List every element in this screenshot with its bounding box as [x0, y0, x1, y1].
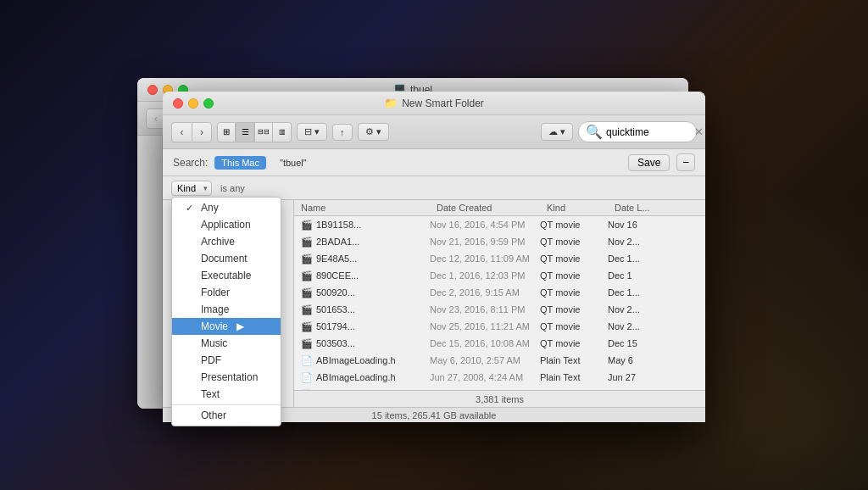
arrange-button[interactable]: ⊟ ▾	[297, 123, 327, 141]
clear-search-button[interactable]: ✕	[694, 126, 704, 137]
file-icon: 📄	[301, 355, 313, 366]
file-date-created: Nov 16, 2016, 4:54 PM	[430, 220, 540, 230]
traffic-lights	[173, 98, 214, 109]
file-date-created: Dec 12, 2016, 11:09 AM	[430, 253, 540, 264]
title-bar: 📁 New Smart Folder	[163, 92, 705, 115]
file-icon: 🎬	[301, 304, 313, 315]
share-button[interactable]: ↑	[332, 124, 353, 141]
forward-button[interactable]: ›	[192, 122, 212, 142]
table-row[interactable]: 🎬 500920... Dec 2, 2016, 9:15 AM QT movi…	[294, 284, 705, 301]
kind-option-folder[interactable]: Folder	[172, 284, 281, 301]
save-button[interactable]: Save	[628, 154, 670, 171]
dropdown-divider	[172, 404, 281, 405]
kind-option-movie[interactable]: Movie ▶	[172, 318, 281, 335]
cover-flow-button[interactable]: ▥	[273, 122, 292, 142]
arrange-icon: ⊟	[304, 126, 312, 137]
file-icon: 📄	[301, 372, 313, 383]
column-headers: Name Date Created Kind Date L...	[294, 200, 705, 216]
file-name-text: 503503...	[316, 338, 355, 348]
checkmark-icon: ✓	[186, 203, 196, 214]
file-icon: 🎬	[301, 220, 313, 231]
file-name-text: 501794...	[316, 321, 355, 331]
file-icon: 🎬	[301, 253, 313, 264]
kind-option-image[interactable]: Image	[172, 301, 281, 318]
file-kind: Plain Text	[540, 372, 608, 382]
main-finder-window: 📁 New Smart Folder ‹ › ⊞ ☰ ⊟⊟ ▥ ⊟ ▾ ↑ ⚙ …	[163, 92, 705, 422]
table-row[interactable]: 🎬 890CEE... Dec 1, 2016, 12:03 PM QT mov…	[294, 267, 705, 284]
file-date-created: May 6, 2010, 2:57 AM	[430, 355, 540, 365]
kind-dropdown-popup: ✓ Any Application Archive Document Execu…	[171, 197, 281, 426]
toolbar: ‹ › ⊞ ☰ ⊟⊟ ▥ ⊟ ▾ ↑ ⚙ ▾ ☁ ▾ 🔍 ✕	[163, 115, 705, 149]
bg-close-button[interactable]	[147, 85, 158, 95]
table-row[interactable]: 🎬 501653... Nov 23, 2016, 8:11 PM QT mov…	[294, 301, 705, 318]
icloud-button[interactable]: ☁ ▾	[541, 123, 573, 141]
col-header-date-created[interactable]: Date Created	[430, 203, 540, 213]
col-header-kind[interactable]: Kind	[540, 203, 608, 213]
file-date-created: Dec 1, 2016, 12:03 PM	[430, 270, 540, 281]
file-date-label: Dec 1...	[608, 287, 667, 298]
kind-option-presentation[interactable]: Presentation	[172, 369, 281, 386]
table-row[interactable]: 🎬 503503... Dec 15, 2016, 10:08 AM QT mo…	[294, 335, 705, 352]
maximize-button[interactable]	[203, 98, 214, 109]
actions-button[interactable]: ⚙ ▾	[358, 123, 389, 141]
share-icon: ↑	[340, 127, 345, 137]
search-scope-bar: Search: This Mac "tbuel" Save −	[163, 149, 705, 176]
file-icon: 🎬	[301, 287, 313, 298]
kind-option-executable[interactable]: Executable	[172, 267, 281, 284]
search-input[interactable]	[606, 126, 691, 138]
table-row[interactable]: 🎬 2BADA1... Nov 21, 2016, 9:59 PM QT mov…	[294, 233, 705, 250]
file-kind: QT movie	[540, 287, 608, 298]
kind-option-other[interactable]: Other	[172, 407, 281, 424]
icon-view-button[interactable]: ⊞	[217, 122, 236, 142]
this-mac-button[interactable]: This Mac	[214, 156, 266, 170]
kind-filter-bar: Kind is any ✓ Any Application Archive Do…	[163, 176, 705, 200]
kind-option-any[interactable]: ✓ Any	[172, 199, 281, 216]
remove-criteria-button[interactable]: −	[676, 153, 695, 171]
file-icon: 🎬	[301, 338, 313, 349]
tbuel-scope-button[interactable]: "tbuel"	[273, 156, 314, 170]
column-view-button[interactable]: ⊟⊟	[254, 122, 273, 142]
table-row[interactable]: 🎬 9E48A5... Dec 12, 2016, 11:09 AM QT mo…	[294, 250, 705, 267]
col-header-date-label[interactable]: Date L...	[608, 203, 667, 213]
file-list-area: Name Date Created Kind Date L... 🎬 1B911…	[294, 200, 705, 407]
kind-option-pdf[interactable]: PDF	[172, 352, 281, 369]
file-name-text: ABImageLoading.h	[316, 355, 396, 365]
kind-option-text[interactable]: Text	[172, 386, 281, 403]
file-icon: 🎬	[301, 321, 313, 332]
file-date-created: Nov 25, 2016, 11:21 AM	[430, 321, 540, 331]
file-date-label: Nov 2...	[608, 304, 667, 315]
search-icon: 🔍	[586, 124, 603, 140]
file-kind: Plain Text	[540, 355, 608, 365]
file-name-text: 890CEE...	[316, 270, 359, 281]
file-name-text: 501653...	[316, 304, 355, 315]
item-count-status: 3,381 items	[294, 390, 705, 407]
table-row[interactable]: 🎬 1B91158... Nov 16, 2016, 4:54 PM QT mo…	[294, 216, 705, 233]
col-header-name[interactable]: Name	[294, 203, 430, 213]
file-rows: 🎬 1B91158... Nov 16, 2016, 4:54 PM QT mo…	[294, 216, 705, 390]
file-date-created: Nov 23, 2016, 8:11 PM	[430, 304, 540, 315]
close-button[interactable]	[173, 98, 183, 109]
file-date-created: Jun 27, 2008, 4:24 AM	[430, 372, 540, 382]
kind-option-document[interactable]: Document	[172, 250, 281, 267]
gear-icon: ⚙	[365, 126, 374, 137]
minimize-button[interactable]	[188, 98, 198, 109]
kind-option-music[interactable]: Music	[172, 335, 281, 352]
kind-dropdown-button[interactable]: Kind	[171, 181, 212, 196]
icloud-icon: ☁	[548, 126, 558, 137]
kind-option-archive[interactable]: Archive	[172, 233, 281, 250]
bg-sidebar-strip	[137, 136, 163, 409]
table-row[interactable]: 📄 ABImageLoading.h Jun 27, 2008, 4:24 AM…	[294, 369, 705, 386]
back-button[interactable]: ‹	[171, 122, 192, 142]
kind-option-application[interactable]: Application	[172, 216, 281, 233]
file-kind: QT movie	[540, 321, 608, 331]
file-kind: QT movie	[540, 220, 608, 230]
table-row[interactable]: 🎬 501794... Nov 25, 2016, 11:21 AM QT mo…	[294, 318, 705, 335]
file-date-label: Dec 1	[608, 270, 667, 281]
search-box[interactable]: 🔍 ✕	[578, 121, 697, 142]
file-name-text: 9E48A5...	[316, 253, 357, 264]
list-view-button[interactable]: ☰	[236, 122, 254, 142]
file-kind: QT movie	[540, 338, 608, 348]
file-date-label: Dec 1...	[608, 253, 667, 264]
table-row[interactable]: 📄 ABImageLoading.h May 6, 2010, 2:57 AM …	[294, 352, 705, 369]
file-date-label: Nov 16	[608, 220, 667, 230]
